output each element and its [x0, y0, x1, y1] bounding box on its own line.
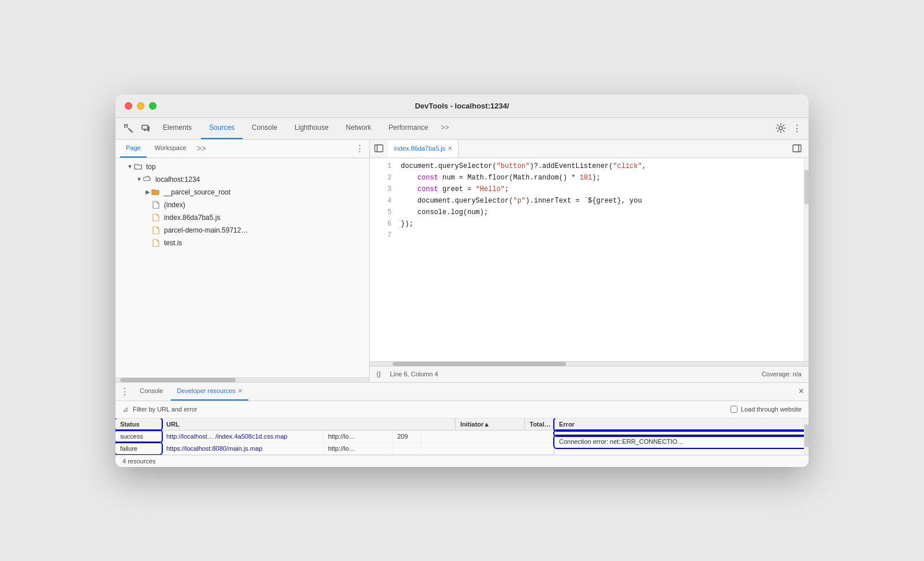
left-panel-more-icon[interactable]: >>: [195, 144, 208, 153]
left-panel-menu-icon[interactable]: ⋮: [355, 143, 364, 154]
folder-icon: [134, 163, 142, 171]
th-url: URL: [162, 418, 456, 430]
bottom-panel-close-icon[interactable]: ×: [799, 386, 804, 397]
settings-icon[interactable]: [773, 120, 789, 136]
code-horizontal-scrollbar-thumb: [393, 362, 566, 366]
svg-rect-8: [148, 126, 149, 131]
left-panel-tabs: Page Workspace >> ⋮: [116, 140, 369, 158]
code-line: 5 console.log(num);: [370, 207, 804, 218]
code-tab-close-icon[interactable]: ×: [448, 144, 452, 153]
filter-input[interactable]: Filter by URL and error: [133, 406, 726, 413]
table-row[interactable]: success http://localhost… /index.4a508c1…: [116, 431, 554, 443]
resource-count: 4 resources: [122, 458, 155, 465]
error-scrollbar-thumb: [804, 424, 808, 447]
tab-network[interactable]: Network: [338, 117, 379, 139]
code-line: 6 });: [370, 218, 804, 230]
tab-sources[interactable]: Sources: [201, 117, 243, 139]
table-area: Status URL Initiator▲ Total… success htt…: [116, 418, 808, 455]
title-bar: DevTools - localhost:1234/: [116, 95, 808, 118]
tab-console-bottom[interactable]: Console: [134, 382, 169, 401]
td-status-success: success: [116, 431, 162, 442]
bottom-footer: 4 resources: [116, 455, 808, 467]
td-error-empty: [554, 431, 808, 435]
error-panel: Error Connection error: net::ERR_CONNECT…: [554, 418, 808, 455]
list-item[interactable]: test.is: [116, 237, 369, 249]
bottom-tab-menu-icon[interactable]: ⋮: [120, 386, 129, 397]
bottom-content: ⊿ Filter by URL and error Load through w…: [116, 401, 808, 455]
table-row[interactable]: failure https://localhost:8080/main.js.m…: [116, 443, 554, 455]
error-scrollbar[interactable]: [804, 418, 808, 455]
code-tab-file[interactable]: index.86da7ba5.js ×: [388, 140, 459, 158]
coverage-status: Coverage: n/a: [762, 371, 802, 377]
td-url-1: http://localhost… /index.4a508c1d.css.ma…: [162, 431, 323, 442]
js-file-icon: [152, 239, 159, 247]
code-line: 1 document.querySelector("button")?.addE…: [370, 160, 804, 172]
code-right-area: 1 document.querySelector("button")?.addE…: [370, 158, 808, 361]
code-vertical-scrollbar[interactable]: [804, 158, 808, 361]
kebab-icon[interactable]: ⋮: [790, 123, 804, 134]
code-line: 7: [370, 230, 804, 241]
resource-table: Status URL Initiator▲ Total… success htt…: [116, 418, 554, 455]
sidebar-toggle-icon[interactable]: [372, 141, 386, 155]
table-header: Status URL Initiator▲ Total…: [116, 418, 554, 431]
bottom-panel: ⋮ Console Developer resources × × ⊿ Filt…: [116, 382, 808, 467]
svg-rect-7: [144, 130, 146, 131]
bottom-tab-bar: ⋮ Console Developer resources × ×: [116, 383, 808, 401]
load-through-label: Load through website: [741, 406, 802, 413]
td-total-1: 209: [393, 431, 422, 442]
devtools-window: DevTools - localhost:1234/ Elements: [116, 95, 808, 467]
bottom-tab-close-icon[interactable]: ×: [238, 386, 243, 395]
tab-more[interactable]: >>: [438, 117, 453, 139]
tab-page[interactable]: Page: [120, 139, 147, 158]
cursor-icon[interactable]: [120, 120, 136, 136]
load-through-checkbox[interactable]: [731, 406, 737, 413]
list-item[interactable]: ▼ localhost:1234: [116, 173, 369, 186]
tab-developer-resources[interactable]: Developer resources ×: [171, 382, 248, 401]
js-file-icon: [152, 214, 159, 222]
left-panel-scrollbar[interactable]: [116, 377, 369, 382]
th-error: Error: [554, 418, 808, 430]
main-area: Page Workspace >> ⋮ ▼ top: [116, 140, 808, 382]
tree-arrow-icon: ▼: [136, 176, 142, 182]
svg-rect-4: [124, 127, 128, 128]
device-icon[interactable]: [137, 120, 154, 136]
maximize-button[interactable]: [149, 102, 157, 110]
tab-workspace[interactable]: Workspace: [149, 139, 192, 158]
tab-performance[interactable]: Performance: [381, 117, 437, 139]
load-through-container: Load through website: [731, 406, 802, 413]
tree-arrow-icon: ▶: [146, 189, 150, 195]
td-error-msg: Connection error: net::ERR_CONNECTIO…: [554, 436, 808, 447]
tab-console[interactable]: Console: [244, 117, 285, 139]
code-line: 2 const num = Math.floor(Math.random() *…: [370, 172, 804, 184]
td-url-2: https://localhost:8080/main.js.map: [162, 443, 323, 454]
svg-rect-6: [142, 125, 148, 129]
svg-rect-10: [375, 145, 383, 152]
list-item[interactable]: parcel-demo-main.59712…: [116, 224, 369, 237]
code-vertical-scrollbar-thumb: [804, 170, 808, 204]
td-initiator-2: http://lo…: [323, 443, 393, 454]
code-panel-toggle-icon[interactable]: [790, 141, 804, 155]
code-horizontal-scrollbar[interactable]: [370, 361, 808, 366]
code-line: 4 document.querySelector("p").innerText …: [370, 195, 804, 207]
tab-lighthouse[interactable]: Lighthouse: [286, 117, 337, 139]
error-row-empty: [554, 431, 808, 436]
svg-rect-12: [793, 145, 801, 152]
list-item[interactable]: index.86da7ba5.js: [116, 211, 369, 224]
th-status: Status: [116, 418, 162, 430]
minimize-button[interactable]: [137, 102, 144, 110]
th-initiator: Initiator▲: [456, 418, 525, 430]
cursor-position: Line 6, Column 4: [390, 371, 438, 377]
code-area[interactable]: 1 document.querySelector("button")?.addE…: [370, 158, 804, 361]
svg-point-9: [779, 126, 783, 130]
window-title: DevTools - localhost:1234/: [415, 102, 509, 110]
window-controls: [125, 102, 157, 110]
tree-arrow-icon: ▼: [127, 163, 133, 170]
format-button[interactable]: {}: [377, 371, 381, 377]
tab-elements[interactable]: Elements: [155, 117, 200, 139]
list-item[interactable]: (index): [116, 199, 369, 211]
list-item[interactable]: ▶ __parcel_source_root: [116, 186, 369, 199]
file-icon: [152, 201, 159, 209]
close-button[interactable]: [125, 102, 132, 110]
status-bar: {} Line 6, Column 4 Coverage: n/a: [370, 366, 808, 382]
list-item[interactable]: ▼ top: [116, 160, 369, 173]
